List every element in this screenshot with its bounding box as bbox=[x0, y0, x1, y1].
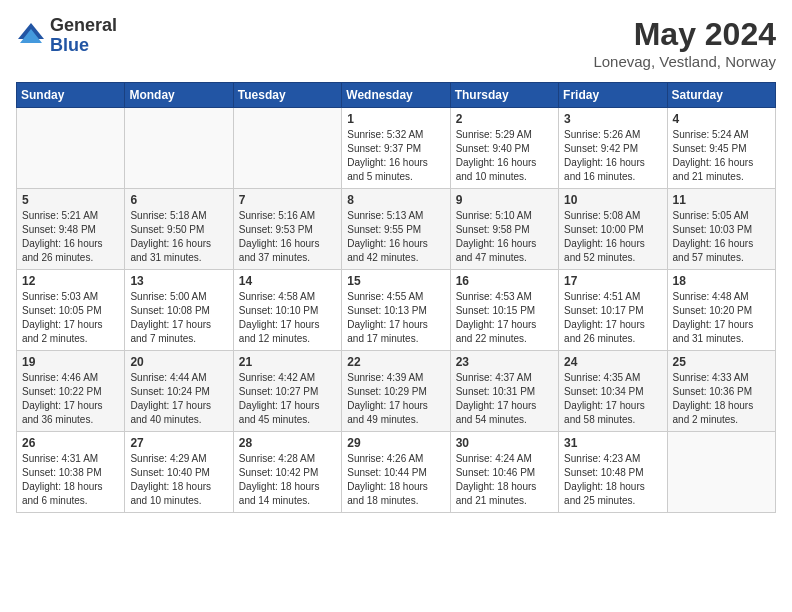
day-info: Sunrise: 5:21 AM Sunset: 9:48 PM Dayligh… bbox=[22, 209, 119, 265]
day-info: Sunrise: 4:37 AM Sunset: 10:31 PM Daylig… bbox=[456, 371, 553, 427]
calendar-cell: 18Sunrise: 4:48 AM Sunset: 10:20 PM Dayl… bbox=[667, 270, 775, 351]
calendar-cell: 28Sunrise: 4:28 AM Sunset: 10:42 PM Dayl… bbox=[233, 432, 341, 513]
calendar-cell: 12Sunrise: 5:03 AM Sunset: 10:05 PM Dayl… bbox=[17, 270, 125, 351]
calendar-cell: 24Sunrise: 4:35 AM Sunset: 10:34 PM Dayl… bbox=[559, 351, 667, 432]
calendar-cell: 27Sunrise: 4:29 AM Sunset: 10:40 PM Dayl… bbox=[125, 432, 233, 513]
calendar-cell: 29Sunrise: 4:26 AM Sunset: 10:44 PM Dayl… bbox=[342, 432, 450, 513]
calendar-cell: 21Sunrise: 4:42 AM Sunset: 10:27 PM Dayl… bbox=[233, 351, 341, 432]
title-block: May 2024 Lonevag, Vestland, Norway bbox=[593, 16, 776, 70]
calendar-cell: 8Sunrise: 5:13 AM Sunset: 9:55 PM Daylig… bbox=[342, 189, 450, 270]
calendar-cell: 10Sunrise: 5:08 AM Sunset: 10:00 PM Dayl… bbox=[559, 189, 667, 270]
day-info: Sunrise: 4:31 AM Sunset: 10:38 PM Daylig… bbox=[22, 452, 119, 508]
day-info: Sunrise: 5:32 AM Sunset: 9:37 PM Dayligh… bbox=[347, 128, 444, 184]
day-number: 3 bbox=[564, 112, 661, 126]
calendar-cell bbox=[125, 108, 233, 189]
day-number: 18 bbox=[673, 274, 770, 288]
subtitle: Lonevag, Vestland, Norway bbox=[593, 53, 776, 70]
calendar-cell: 11Sunrise: 5:05 AM Sunset: 10:03 PM Dayl… bbox=[667, 189, 775, 270]
day-info: Sunrise: 4:39 AM Sunset: 10:29 PM Daylig… bbox=[347, 371, 444, 427]
day-number: 31 bbox=[564, 436, 661, 450]
calendar-header-row: SundayMondayTuesdayWednesdayThursdayFrid… bbox=[17, 83, 776, 108]
day-info: Sunrise: 4:44 AM Sunset: 10:24 PM Daylig… bbox=[130, 371, 227, 427]
day-number: 13 bbox=[130, 274, 227, 288]
day-info: Sunrise: 5:08 AM Sunset: 10:00 PM Daylig… bbox=[564, 209, 661, 265]
day-number: 29 bbox=[347, 436, 444, 450]
calendar-cell: 25Sunrise: 4:33 AM Sunset: 10:36 PM Dayl… bbox=[667, 351, 775, 432]
calendar-cell: 30Sunrise: 4:24 AM Sunset: 10:46 PM Dayl… bbox=[450, 432, 558, 513]
header-saturday: Saturday bbox=[667, 83, 775, 108]
calendar-cell: 31Sunrise: 4:23 AM Sunset: 10:48 PM Dayl… bbox=[559, 432, 667, 513]
day-info: Sunrise: 4:26 AM Sunset: 10:44 PM Daylig… bbox=[347, 452, 444, 508]
calendar-cell: 23Sunrise: 4:37 AM Sunset: 10:31 PM Dayl… bbox=[450, 351, 558, 432]
day-number: 5 bbox=[22, 193, 119, 207]
day-number: 2 bbox=[456, 112, 553, 126]
logo: General Blue bbox=[16, 16, 117, 56]
day-number: 26 bbox=[22, 436, 119, 450]
logo-blue: Blue bbox=[50, 36, 117, 56]
day-number: 7 bbox=[239, 193, 336, 207]
day-info: Sunrise: 4:24 AM Sunset: 10:46 PM Daylig… bbox=[456, 452, 553, 508]
day-info: Sunrise: 4:28 AM Sunset: 10:42 PM Daylig… bbox=[239, 452, 336, 508]
day-number: 27 bbox=[130, 436, 227, 450]
header-wednesday: Wednesday bbox=[342, 83, 450, 108]
calendar-cell bbox=[17, 108, 125, 189]
day-info: Sunrise: 5:26 AM Sunset: 9:42 PM Dayligh… bbox=[564, 128, 661, 184]
calendar-cell: 15Sunrise: 4:55 AM Sunset: 10:13 PM Dayl… bbox=[342, 270, 450, 351]
day-info: Sunrise: 5:00 AM Sunset: 10:08 PM Daylig… bbox=[130, 290, 227, 346]
day-info: Sunrise: 5:13 AM Sunset: 9:55 PM Dayligh… bbox=[347, 209, 444, 265]
day-number: 9 bbox=[456, 193, 553, 207]
calendar-cell: 3Sunrise: 5:26 AM Sunset: 9:42 PM Daylig… bbox=[559, 108, 667, 189]
calendar-cell: 9Sunrise: 5:10 AM Sunset: 9:58 PM Daylig… bbox=[450, 189, 558, 270]
calendar-cell bbox=[233, 108, 341, 189]
header-thursday: Thursday bbox=[450, 83, 558, 108]
day-number: 19 bbox=[22, 355, 119, 369]
day-number: 24 bbox=[564, 355, 661, 369]
calendar-cell: 26Sunrise: 4:31 AM Sunset: 10:38 PM Dayl… bbox=[17, 432, 125, 513]
day-number: 23 bbox=[456, 355, 553, 369]
day-number: 8 bbox=[347, 193, 444, 207]
day-number: 11 bbox=[673, 193, 770, 207]
week-row-2: 12Sunrise: 5:03 AM Sunset: 10:05 PM Dayl… bbox=[17, 270, 776, 351]
day-info: Sunrise: 5:03 AM Sunset: 10:05 PM Daylig… bbox=[22, 290, 119, 346]
day-number: 28 bbox=[239, 436, 336, 450]
day-info: Sunrise: 4:33 AM Sunset: 10:36 PM Daylig… bbox=[673, 371, 770, 427]
day-info: Sunrise: 4:53 AM Sunset: 10:15 PM Daylig… bbox=[456, 290, 553, 346]
calendar-cell: 2Sunrise: 5:29 AM Sunset: 9:40 PM Daylig… bbox=[450, 108, 558, 189]
calendar-cell: 1Sunrise: 5:32 AM Sunset: 9:37 PM Daylig… bbox=[342, 108, 450, 189]
day-info: Sunrise: 4:46 AM Sunset: 10:22 PM Daylig… bbox=[22, 371, 119, 427]
day-info: Sunrise: 4:55 AM Sunset: 10:13 PM Daylig… bbox=[347, 290, 444, 346]
day-info: Sunrise: 4:51 AM Sunset: 10:17 PM Daylig… bbox=[564, 290, 661, 346]
calendar-cell: 22Sunrise: 4:39 AM Sunset: 10:29 PM Dayl… bbox=[342, 351, 450, 432]
calendar-cell: 14Sunrise: 4:58 AM Sunset: 10:10 PM Dayl… bbox=[233, 270, 341, 351]
calendar-cell: 4Sunrise: 5:24 AM Sunset: 9:45 PM Daylig… bbox=[667, 108, 775, 189]
day-number: 10 bbox=[564, 193, 661, 207]
calendar-cell: 5Sunrise: 5:21 AM Sunset: 9:48 PM Daylig… bbox=[17, 189, 125, 270]
day-info: Sunrise: 4:23 AM Sunset: 10:48 PM Daylig… bbox=[564, 452, 661, 508]
main-title: May 2024 bbox=[593, 16, 776, 53]
day-number: 4 bbox=[673, 112, 770, 126]
header-monday: Monday bbox=[125, 83, 233, 108]
header: General Blue May 2024 Lonevag, Vestland,… bbox=[16, 16, 776, 70]
day-number: 21 bbox=[239, 355, 336, 369]
calendar-cell: 7Sunrise: 5:16 AM Sunset: 9:53 PM Daylig… bbox=[233, 189, 341, 270]
day-number: 6 bbox=[130, 193, 227, 207]
day-number: 14 bbox=[239, 274, 336, 288]
calendar-cell: 17Sunrise: 4:51 AM Sunset: 10:17 PM Dayl… bbox=[559, 270, 667, 351]
day-number: 15 bbox=[347, 274, 444, 288]
week-row-4: 26Sunrise: 4:31 AM Sunset: 10:38 PM Dayl… bbox=[17, 432, 776, 513]
day-number: 16 bbox=[456, 274, 553, 288]
header-friday: Friday bbox=[559, 83, 667, 108]
calendar-cell: 20Sunrise: 4:44 AM Sunset: 10:24 PM Dayl… bbox=[125, 351, 233, 432]
day-info: Sunrise: 5:24 AM Sunset: 9:45 PM Dayligh… bbox=[673, 128, 770, 184]
day-number: 22 bbox=[347, 355, 444, 369]
day-info: Sunrise: 4:58 AM Sunset: 10:10 PM Daylig… bbox=[239, 290, 336, 346]
header-tuesday: Tuesday bbox=[233, 83, 341, 108]
day-info: Sunrise: 4:35 AM Sunset: 10:34 PM Daylig… bbox=[564, 371, 661, 427]
day-number: 1 bbox=[347, 112, 444, 126]
day-info: Sunrise: 5:05 AM Sunset: 10:03 PM Daylig… bbox=[673, 209, 770, 265]
logo-general: General bbox=[50, 16, 117, 36]
day-number: 20 bbox=[130, 355, 227, 369]
day-number: 12 bbox=[22, 274, 119, 288]
calendar-cell: 6Sunrise: 5:18 AM Sunset: 9:50 PM Daylig… bbox=[125, 189, 233, 270]
day-info: Sunrise: 4:48 AM Sunset: 10:20 PM Daylig… bbox=[673, 290, 770, 346]
